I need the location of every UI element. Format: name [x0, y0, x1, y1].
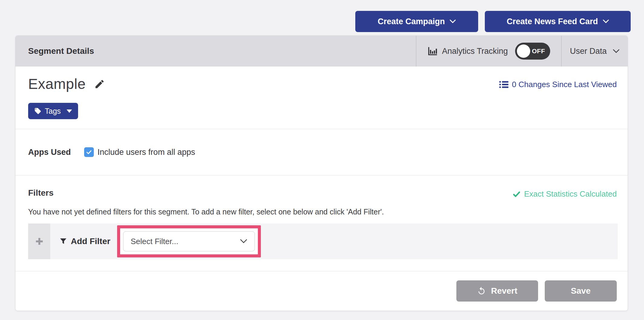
bar-chart-icon: [427, 46, 437, 56]
save-button-label: Save: [571, 286, 590, 296]
revert-button-label: Revert: [491, 286, 517, 296]
segment-title-section: Example 0 Changes Since Last Viewed Tag: [15, 67, 628, 129]
changes-link-label: 0 Changes Since Last Viewed: [512, 80, 617, 89]
plus-icon: [35, 237, 44, 246]
analytics-tracking-section: Analytics Tracking OFF: [416, 36, 561, 67]
card-header: Segment Details Analytics Tracking OFF U…: [15, 36, 628, 67]
analytics-tracking-toggle[interactable]: OFF: [515, 43, 550, 60]
user-data-dropdown[interactable]: User Data: [561, 36, 628, 67]
exact-statistics-status: Exact Statistics Calculated: [513, 189, 617, 199]
list-icon: [499, 81, 508, 88]
include-all-apps-label: Include users from all apps: [97, 148, 195, 157]
toggle-knob: [517, 44, 530, 58]
filters-empty-message: You have not yet defined filters for thi…: [28, 207, 384, 216]
add-filter-group-button[interactable]: [28, 224, 50, 259]
check-icon: [86, 149, 92, 155]
undo-icon: [477, 286, 486, 296]
segment-name: Example: [28, 76, 86, 92]
add-filter-row: Add Filter Select Filter...: [28, 224, 618, 259]
select-filter-placeholder: Select Filter...: [131, 237, 179, 246]
select-filter-highlight-annotation: Select Filter...: [117, 225, 261, 257]
segment-details-card: Segment Details Analytics Tracking OFF U…: [15, 35, 628, 311]
pencil-icon[interactable]: [94, 79, 105, 90]
toggle-state-label: OFF: [532, 47, 545, 55]
create-news-feed-card-label: Create News Feed Card: [507, 17, 598, 26]
include-all-apps-checkbox[interactable]: [84, 147, 94, 157]
chevron-down-icon: [603, 20, 609, 23]
apps-used-section: Apps Used Include users from all apps: [15, 129, 628, 175]
caret-down-icon: [67, 109, 72, 113]
page-title: Segment Details: [15, 36, 416, 67]
tags-button-label: Tags: [45, 107, 61, 116]
filters-heading: Filters: [28, 188, 54, 198]
create-news-feed-card-button[interactable]: Create News Feed Card: [485, 11, 631, 32]
revert-button[interactable]: Revert: [456, 280, 538, 302]
select-filter-dropdown[interactable]: Select Filter...: [123, 231, 255, 251]
analytics-tracking-label: Analytics Tracking: [442, 47, 508, 56]
add-filter-label: Add Filter: [71, 237, 110, 246]
add-filter-label-group: Add Filter: [59, 237, 110, 246]
tag-icon: [34, 107, 41, 115]
funnel-icon: [59, 237, 67, 245]
changes-since-last-viewed-link[interactable]: 0 Changes Since Last Viewed: [499, 80, 617, 89]
chevron-down-icon: [450, 20, 456, 23]
chevron-down-icon: [240, 239, 247, 243]
create-campaign-button[interactable]: Create Campaign: [355, 11, 478, 32]
segment-details-page: Create Campaign Create News Feed Card Se…: [0, 0, 644, 320]
tags-button[interactable]: Tags: [28, 103, 78, 119]
check-icon: [513, 190, 521, 198]
chevron-down-icon: [613, 49, 619, 53]
user-data-label: User Data: [570, 47, 607, 56]
filters-section: Filters Exact Statistics Calculated You …: [15, 175, 628, 271]
top-action-bar: Create Campaign Create News Feed Card: [355, 11, 631, 32]
card-footer: Revert Save: [15, 271, 628, 311]
create-campaign-label: Create Campaign: [378, 17, 445, 26]
save-button[interactable]: Save: [545, 280, 617, 302]
exact-statistics-label: Exact Statistics Calculated: [524, 189, 617, 199]
apps-used-label: Apps Used: [28, 148, 71, 157]
